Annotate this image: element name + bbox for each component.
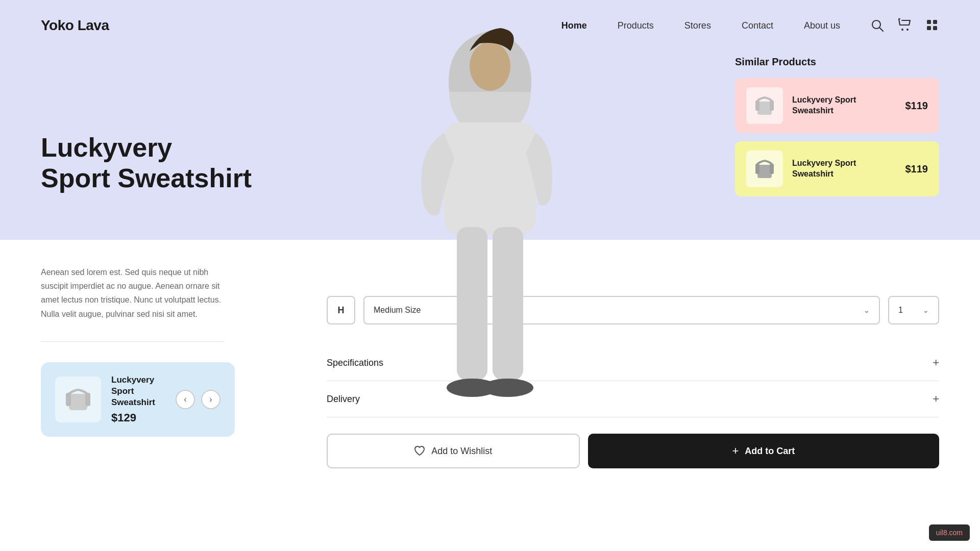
divider xyxy=(41,341,225,342)
accordion-delivery-plus-icon: + xyxy=(933,392,939,406)
similar-product-name-1: Luckyvery Sport Sweatshirt xyxy=(792,95,896,116)
similar-product-card-1[interactable]: Luckyvery Sport Sweatshirt $119 xyxy=(735,78,939,133)
quantity-select[interactable]: 1 ⌄ xyxy=(888,296,939,324)
cart-icon[interactable] xyxy=(898,18,912,33)
wishlist-button[interactable]: Add to Wishlist xyxy=(327,434,580,468)
wishlist-label: Add to Wishlist xyxy=(431,446,492,457)
svg-rect-23 xyxy=(85,393,90,406)
similar-product-image-1 xyxy=(746,87,783,124)
svg-rect-7 xyxy=(933,26,937,30)
svg-point-0 xyxy=(872,20,880,29)
next-arrow-button[interactable]: › xyxy=(201,390,220,409)
svg-rect-19 xyxy=(755,164,760,174)
product-title-line2: Sport Sweatshirt xyxy=(41,163,252,194)
svg-rect-6 xyxy=(927,26,931,30)
cart-plus-icon: + xyxy=(732,444,739,458)
featured-card-name: Luckyvery Sport Sweatshirt xyxy=(111,374,165,408)
brand-logo[interactable]: Yoko Lava xyxy=(41,17,109,34)
featured-card-image xyxy=(55,377,101,422)
product-title-block: Luckyvery Sport Sweatshirt xyxy=(41,133,252,194)
product-description: Aenean sed lorem est. Sed quis neque ut … xyxy=(41,265,225,321)
watermark-prefix: ui xyxy=(936,529,942,537)
nav-products[interactable]: Products xyxy=(618,20,654,31)
grid-icon[interactable] xyxy=(926,19,939,32)
add-to-cart-button[interactable]: + Add to Cart xyxy=(588,434,939,468)
svg-point-2 xyxy=(901,29,903,31)
watermark: uil8.com xyxy=(929,524,970,541)
similar-product-info-2: Luckyvery Sport Sweatshirt xyxy=(792,158,896,180)
heart-icon xyxy=(414,446,425,456)
search-icon[interactable] xyxy=(871,19,884,32)
svg-rect-20 xyxy=(770,164,774,174)
featured-card[interactable]: Luckyvery Sport Sweatshirt $129 ‹ › xyxy=(41,362,235,437)
size-chevron-icon: ⌄ xyxy=(864,306,870,314)
card-navigation: ‹ › xyxy=(176,390,220,409)
svg-point-13 xyxy=(482,379,533,397)
svg-line-1 xyxy=(880,28,884,32)
prev-arrow-button[interactable]: ‹ xyxy=(176,390,195,409)
qty-chevron-icon: ⌄ xyxy=(923,306,929,314)
similar-product-price-1: $119 xyxy=(905,100,928,112)
product-title-line1: Luckyvery xyxy=(41,133,252,163)
similar-product-info-1: Luckyvery Sport Sweatshirt xyxy=(792,95,896,116)
svg-rect-10 xyxy=(457,227,487,380)
similar-product-card-2[interactable]: Luckyvery Sport Sweatshirt $119 xyxy=(735,141,939,196)
svg-point-3 xyxy=(906,29,909,31)
watermark-suffix: 8.com xyxy=(943,529,963,537)
svg-rect-22 xyxy=(66,393,71,406)
action-buttons: Add to Wishlist + Add to Cart xyxy=(327,434,939,468)
nav-icon-group xyxy=(871,18,939,33)
header: Yoko Lava Home Products Stores Contact A… xyxy=(0,0,980,51)
similar-product-price-2: $119 xyxy=(905,163,928,175)
main-nav: Home Products Stores Contact About us xyxy=(561,20,840,31)
model-image xyxy=(347,0,633,418)
cart-label: Add to Cart xyxy=(745,446,795,457)
svg-rect-5 xyxy=(933,20,937,24)
nav-home[interactable]: Home xyxy=(561,20,587,31)
svg-rect-15 xyxy=(757,102,772,115)
similar-product-name-2: Luckyvery Sport Sweatshirt xyxy=(792,158,896,180)
svg-rect-9 xyxy=(444,122,536,235)
svg-rect-16 xyxy=(755,101,760,111)
similar-products-title: Similar Products xyxy=(735,56,939,68)
svg-rect-21 xyxy=(69,394,87,410)
svg-rect-17 xyxy=(770,101,774,111)
similar-product-image-2 xyxy=(746,151,783,187)
featured-card-info: Luckyvery Sport Sweatshirt $129 xyxy=(111,374,165,424)
accordion-specifications-plus-icon: + xyxy=(933,356,939,369)
similar-products-panel: Similar Products Luckyvery Sport Sweatsh… xyxy=(735,56,939,205)
nav-about[interactable]: About us xyxy=(804,20,840,31)
svg-rect-4 xyxy=(927,20,931,24)
svg-rect-18 xyxy=(757,165,772,178)
svg-rect-11 xyxy=(493,227,523,380)
left-bottom: Aenean sed lorem est. Sed quis neque ut … xyxy=(0,240,265,551)
nav-stores[interactable]: Stores xyxy=(684,20,711,31)
featured-card-price: $129 xyxy=(111,411,165,424)
nav-contact[interactable]: Contact xyxy=(742,20,773,31)
qty-value: 1 xyxy=(898,306,903,315)
